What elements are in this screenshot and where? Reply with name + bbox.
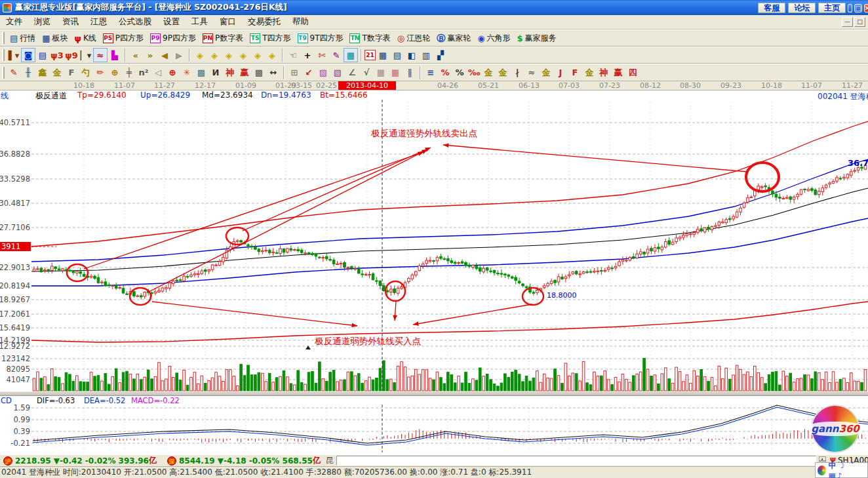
ime-icon[interactable]: ♪ <box>837 471 842 478</box>
draw-tool-icon[interactable]: 金 <box>539 66 553 80</box>
tb1-p-number-button[interactable]: PNP数字表 <box>199 31 247 45</box>
view-tool-icon[interactable]: ◈ <box>207 48 222 62</box>
draw-tool-icon[interactable]: % <box>438 66 452 80</box>
stock-code-label[interactable]: 002041 登海种业 <box>818 91 868 102</box>
menu-item[interactable]: 帮助 <box>286 15 315 29</box>
view-tool-icon[interactable]: ◈ <box>265 48 279 62</box>
view-tool-icon[interactable]: ▤ <box>35 48 50 62</box>
draw-tool-icon[interactable]: ⊞ <box>287 66 302 80</box>
ime-icon[interactable]: ☽ <box>837 461 844 470</box>
menu-item[interactable]: 资讯 <box>56 15 85 29</box>
view-tool-icon[interactable]: ◈ <box>250 48 265 62</box>
tb1-gann-wheel-button[interactable]: ◎江恩轮 <box>394 31 433 45</box>
view-tool-icon[interactable]: ▌▾ <box>7 48 21 62</box>
draw-tool-icon[interactable]: И <box>208 66 223 80</box>
draw-tool-icon[interactable]: ▦ <box>374 66 388 80</box>
menu-item[interactable]: 工具 <box>186 15 214 29</box>
status-message-field[interactable] <box>336 456 816 466</box>
draw-tool-icon[interactable]: 金 <box>496 66 510 80</box>
draw-tool-icon[interactable]: 赢 <box>611 66 625 80</box>
menu-item[interactable]: 江恩 <box>85 15 113 29</box>
quick-button-论坛[interactable]: 论坛 <box>788 3 816 13</box>
view-tool-icon[interactable]: ▥ <box>419 48 433 62</box>
tb1-winner-service-button[interactable]: $赢家服务 <box>514 31 560 45</box>
view-tool-icon[interactable]: ◈ <box>236 48 250 62</box>
menu-item[interactable]: 公式选股 <box>113 15 157 29</box>
view-tool-icon[interactable]: ψ3 <box>50 48 64 62</box>
view-tool-icon[interactable]: ✎ <box>329 48 344 62</box>
draw-tool-icon[interactable]: ∤ <box>510 66 524 80</box>
ime-logo-icon[interactable] <box>818 466 826 475</box>
draw-tool-icon[interactable]: ▦ <box>388 66 403 80</box>
view-tool-icon[interactable]: ◈ <box>193 48 207 62</box>
menu-item[interactable]: 窗口 <box>214 15 242 29</box>
draw-tool-icon[interactable]: ‰ <box>467 66 481 80</box>
draw-tool-icon[interactable]: 四 <box>625 66 640 80</box>
draw-tool-icon[interactable]: 鑫 <box>35 66 50 80</box>
minimize-button[interactable]: _ <box>848 4 852 12</box>
draw-tool-icon[interactable]: 金 <box>582 66 597 80</box>
view-tool-icon[interactable]: 21 <box>365 50 376 60</box>
view-tool-icon[interactable]: ◀ <box>157 48 172 62</box>
quick-button-主页[interactable]: 主页 <box>818 3 846 13</box>
ime-icon[interactable]: ▦ <box>828 471 835 478</box>
view-tool-icon[interactable]: ✄ <box>315 48 329 62</box>
view-tool-icon[interactable]: + <box>300 48 315 62</box>
shanghai-badge-icon[interactable]: 沪 <box>3 456 12 466</box>
view-tool-icon[interactable]: ψ9 <box>64 48 79 62</box>
restore-button[interactable]: □ <box>854 4 861 12</box>
shenzhen-index-quote[interactable]: 8544.19 ▼-4.18 -0.05% 568.55 <box>179 456 313 466</box>
menu-item[interactable]: 交易委托 <box>242 15 286 29</box>
view-tool-icon[interactable]: ▙ <box>108 48 122 62</box>
draw-tool-icon[interactable]: % <box>452 66 467 80</box>
draw-tool-icon[interactable]: ◁ <box>151 66 165 80</box>
draw-tool-icon[interactable]: n² <box>136 66 151 80</box>
view-tool-icon[interactable]: » <box>143 48 157 62</box>
draw-tool-icon[interactable]: F <box>568 66 582 80</box>
close-button[interactable]: ✕ <box>864 4 868 12</box>
quick-button-客服[interactable]: 客服 <box>758 3 785 13</box>
draw-tool-icon[interactable]: ▩ <box>252 66 266 80</box>
child-restore-button[interactable]: □ <box>854 17 865 27</box>
spinner-up-icon[interactable]: ▲ <box>819 456 826 461</box>
tb1-9p-square-button[interactable]: P99P四方形 <box>147 31 199 45</box>
draw-tool-icon[interactable]: 神 <box>597 66 611 80</box>
view-tool-icon[interactable]: ◙ <box>21 48 35 62</box>
child-minimize-button[interactable]: — <box>842 17 853 27</box>
draw-tool-icon[interactable]: ╪ <box>122 66 136 80</box>
view-tool-icon[interactable]: ≈ <box>93 48 108 62</box>
ime-icon[interactable]: 中 <box>828 461 836 470</box>
tb1-sector-button[interactable]: ▦板块 <box>39 31 71 45</box>
draw-tool-icon[interactable]: ▨ <box>316 66 330 80</box>
draw-tool-icon[interactable]: ∠ <box>345 66 359 80</box>
draw-tool-icon[interactable]: 赢 <box>237 66 252 80</box>
shenzhen-badge-icon[interactable]: 深 <box>167 456 176 466</box>
view-tool-icon[interactable]: « <box>128 48 143 62</box>
draw-tool-icon[interactable]: 神 <box>223 66 237 80</box>
draw-tool-icon[interactable]: F <box>64 66 79 80</box>
draw-tool-icon[interactable]: ✏ <box>93 66 108 80</box>
draw-tool-icon[interactable]: 勺 <box>79 66 93 80</box>
draw-tool-icon[interactable]: 金 <box>50 66 64 80</box>
draw-tool-icon[interactable]: ⊕ <box>108 66 122 80</box>
toolbar-grip[interactable] <box>2 67 5 79</box>
draw-tool-icon[interactable]: ⊕ <box>165 66 180 80</box>
tb1-winner-wheel-button[interactable]: Ⓑ赢家轮 <box>433 31 474 45</box>
tb1-kline-button[interactable]: ψK线 <box>71 31 100 45</box>
tb1-t-number-button[interactable]: TNT数字表 <box>346 31 393 45</box>
tb1-9t-square-button[interactable]: T99T四方形 <box>294 31 347 45</box>
tb1-hexagon-button[interactable]: ◉六角形 <box>474 31 513 45</box>
view-tool-icon[interactable]: ▶ <box>172 48 186 62</box>
chart-region[interactable]: 极反通道强势外轨线卖出点极反通道弱势外轨线买入点18.800040.571136… <box>0 90 868 454</box>
toolbar-grip[interactable] <box>2 49 5 61</box>
draw-tool-icon[interactable]: ≈ <box>524 66 539 80</box>
menu-item[interactable]: 设置 <box>157 15 186 29</box>
draw-tool-icon[interactable]: ✳ <box>180 66 194 80</box>
draw-tool-icon[interactable]: ▧ <box>330 66 345 80</box>
view-tool-icon[interactable]: ▞ <box>433 48 448 62</box>
view-tool-icon[interactable]: ◈ <box>222 48 236 62</box>
draw-tool-icon[interactable]: ↙ <box>302 66 316 80</box>
draw-tool-icon[interactable]: ▩ <box>194 66 208 80</box>
view-tool-icon[interactable]: ▤ <box>390 48 404 62</box>
tb1-market-button[interactable]: ▤行情 <box>7 31 39 45</box>
